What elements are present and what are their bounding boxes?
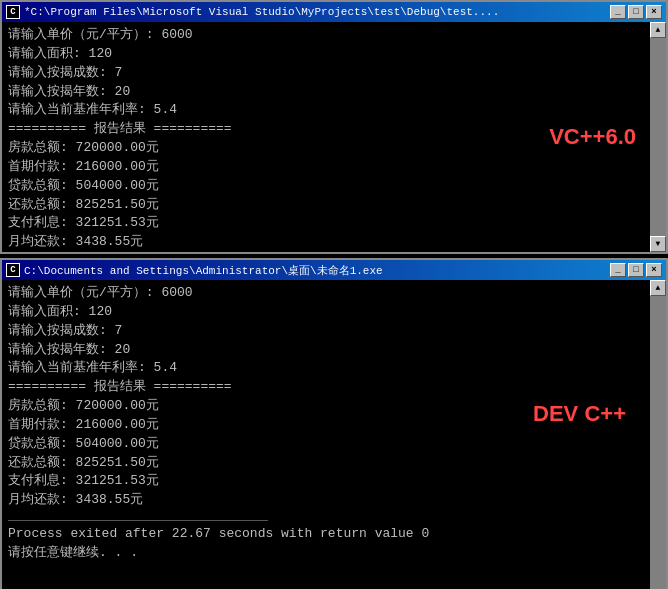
scroll-track-bottom: [650, 296, 666, 589]
console-line: ========== 报告结果 ==========: [8, 120, 640, 139]
scroll-up-top[interactable]: ▲: [650, 22, 666, 38]
console-top: 请输入单价（元/平方）: 6000 请输入面积: 120 请输入按揭成数: 7 …: [2, 22, 666, 252]
console-line: 请输入单价（元/平方）: 6000: [8, 284, 640, 303]
close-button-bottom[interactable]: ×: [646, 263, 662, 277]
console-line: 请输入按揭年数: 20: [8, 341, 640, 360]
console-line: 首期付款: 216000.00元: [8, 158, 640, 177]
console-line: 请输入按揭成数: 7: [8, 64, 640, 83]
console-line: 请输入面积: 120: [8, 45, 640, 64]
process-exit-line: Process exited after 22.67 seconds with …: [8, 525, 640, 544]
console-line: 还款总额: 825251.50元: [8, 196, 640, 215]
titlebar-buttons-bottom: _ □ ×: [610, 263, 662, 277]
console-line: 贷款总额: 504000.00元: [8, 177, 640, 196]
console-line: 贷款总额: 504000.00元: [8, 435, 640, 454]
console-line: 请输入按揭成数: 7: [8, 322, 640, 341]
dev-label: DEV C++: [533, 398, 626, 430]
titlebar-bottom: C C:\Documents and Settings\Administrato…: [2, 260, 666, 280]
console-line: 月均还款: 3438.55元: [8, 233, 640, 252]
restore-button-bottom[interactable]: □: [628, 263, 644, 277]
prompt-continue-line: 请按任意键继续. . .: [8, 544, 640, 563]
console-line: 请输入按揭年数: 20: [8, 83, 640, 102]
vc-label: VC++6.0: [549, 121, 636, 153]
titlebar-icon-top: C: [6, 5, 20, 19]
console-line: 房款总额: 720000.00元: [8, 139, 640, 158]
scrollbar-top[interactable]: ▲ ▼: [650, 22, 666, 252]
titlebar-top: C *C:\Program Files\Microsoft Visual Stu…: [2, 2, 666, 22]
minimize-button-top[interactable]: _: [610, 5, 626, 19]
window-top: C *C:\Program Files\Microsoft Visual Stu…: [0, 0, 668, 254]
console-line: 请输入当前基准年利率: 5.4: [8, 101, 640, 120]
scrollbar-bottom[interactable]: ▲ ▼: [650, 280, 666, 589]
console-line: 支付利息: 321251.53元: [8, 214, 640, 233]
console-line: 请输入面积: 120: [8, 303, 640, 322]
titlebar-icon-bottom: C: [6, 263, 20, 277]
window-bottom: C C:\Documents and Settings\Administrato…: [0, 258, 668, 589]
console-line: 请输入单价（元/平方）: 6000: [8, 26, 640, 45]
scroll-track-top: [650, 38, 666, 236]
console-line: 请输入当前基准年利率: 5.4: [8, 359, 640, 378]
scroll-up-bottom[interactable]: ▲: [650, 280, 666, 296]
scroll-down-top[interactable]: ▼: [650, 236, 666, 252]
separator-line: [8, 520, 268, 521]
console-line: 还款总额: 825251.50元: [8, 454, 640, 473]
restore-button-top[interactable]: □: [628, 5, 644, 19]
minimize-button-bottom[interactable]: _: [610, 263, 626, 277]
titlebar-text-top: *C:\Program Files\Microsoft Visual Studi…: [24, 6, 610, 18]
console-line: 支付利息: 321251.53元: [8, 472, 640, 491]
titlebar-text-bottom: C:\Documents and Settings\Administrator\…: [24, 263, 610, 278]
console-line: 月均还款: 3438.55元: [8, 491, 640, 510]
close-button-top[interactable]: ×: [646, 5, 662, 19]
titlebar-buttons-top: _ □ ×: [610, 5, 662, 19]
console-line: ========== 报告结果 ==========: [8, 378, 640, 397]
console-bottom: 请输入单价（元/平方）: 6000 请输入面积: 120 请输入按揭成数: 7 …: [2, 280, 666, 589]
